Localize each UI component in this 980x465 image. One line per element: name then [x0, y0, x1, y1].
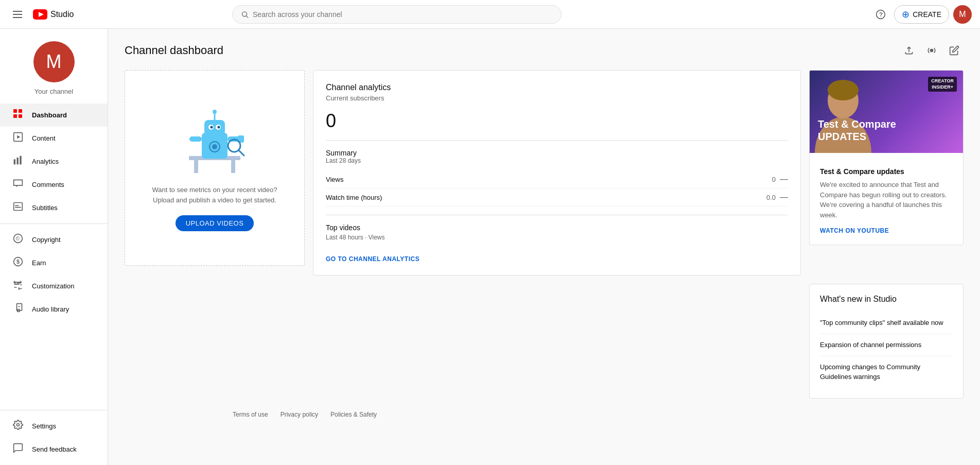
sidebar-avatar[interactable]: M	[33, 41, 75, 82]
sidebar: M Your channel Dashboard	[0, 29, 108, 465]
sidebar-item-subtitles[interactable]: Subtitles	[0, 196, 108, 219]
analytics-card-title: Channel analytics	[326, 83, 788, 92]
sidebar-item-customization[interactable]: Customization	[0, 274, 108, 298]
sidebar-item-label: Earn	[32, 259, 46, 267]
header-actions	[900, 41, 964, 60]
help-icon: ?	[876, 9, 886, 20]
comments-icon	[12, 178, 24, 191]
svg-point-45	[212, 144, 217, 149]
creator-thumbnail: CREATOR INSIDER+ Test & Compare UPDATES	[810, 71, 963, 153]
footer-terms-link[interactable]: Terms of use	[233, 411, 268, 418]
creator-card-inner: Test & Compare updates We're excited to …	[810, 153, 963, 245]
edit-header-button[interactable]	[945, 41, 964, 60]
whats-new-card: What's new in Studio "Top community clip…	[809, 284, 964, 399]
svg-point-35	[211, 126, 213, 129]
create-label: CREATE	[913, 10, 941, 19]
watch-on-youtube-button[interactable]: WATCH ON YOUTUBE	[820, 227, 889, 234]
sidebar-channel-section: M Your channel	[0, 29, 108, 104]
logo-link[interactable]: Studio	[33, 9, 74, 20]
sidebar-item-dashboard[interactable]: Dashboard	[0, 104, 108, 127]
search-icon	[241, 10, 249, 19]
upload-icon	[904, 45, 914, 56]
creator-card-title: Test & Compare updates	[820, 167, 953, 176]
upload-videos-button[interactable]: UPLOAD VIDEOS	[176, 215, 254, 231]
svg-point-36	[218, 126, 220, 129]
dashboard-icon	[12, 109, 24, 122]
analytics-watch-value: 0.0	[766, 194, 776, 201]
news-item-2: Upcoming changes to Community Guidelines…	[820, 356, 953, 387]
youtube-icon	[33, 9, 47, 20]
page-footer: Terms of use Privacy policy Policies & S…	[108, 399, 980, 426]
analytics-watch-label: Watch time (hours)	[326, 194, 382, 201]
second-row: What's new in Studio "Top community clip…	[125, 284, 964, 399]
live-header-button[interactable]	[922, 41, 941, 60]
sidebar-bottom-divider	[0, 410, 108, 410]
top-navigation: Studio ? ⊕ CREATE M	[0, 0, 980, 29]
topnav-right: ? ⊕ CREATE M	[871, 5, 972, 24]
sidebar-item-settings[interactable]: Settings	[0, 415, 108, 438]
sidebar-item-label: Copyright	[32, 236, 61, 244]
svg-point-38	[213, 110, 217, 114]
studio-label: Studio	[50, 10, 74, 19]
sidebar-item-label: Content	[32, 134, 56, 142]
sidebar-item-analytics[interactable]: Analytics	[0, 150, 108, 173]
sidebar-item-label: Analytics	[32, 158, 59, 165]
page-title: Channel dashboard	[125, 44, 223, 57]
feedback-icon	[12, 443, 24, 456]
upload-header-button[interactable]	[900, 41, 918, 60]
main-inner: Channel dashboard	[108, 29, 980, 399]
user-avatar[interactable]: M	[953, 5, 972, 24]
analytics-top-videos-period: Last 48 hours · Views	[326, 234, 788, 241]
analytics-views-row: Views 0 —	[326, 170, 788, 188]
sidebar-item-label: Settings	[32, 422, 56, 430]
go-analytics-button[interactable]: GO TO CHANNEL ANALYTICS	[326, 255, 419, 263]
footer-privacy-link[interactable]: Privacy policy	[281, 411, 318, 418]
svg-line-3	[246, 15, 248, 18]
analytics-card-subscribers-label: Current subscribers	[326, 94, 788, 102]
sidebar-channel-label: Your channel	[34, 88, 73, 95]
sidebar-item-earn[interactable]: $ Earn	[0, 251, 108, 274]
news-item-1: Expansion of channel permissions	[820, 334, 953, 356]
svg-rect-8	[19, 109, 22, 113]
analytics-watch-row: Watch time (hours) 0.0 —	[326, 188, 788, 206]
svg-rect-13	[17, 158, 19, 164]
svg-point-2	[242, 11, 247, 16]
analytics-views-dash: —	[780, 175, 788, 184]
menu-toggle-button[interactable]	[8, 5, 27, 24]
cards-row: Want to see metrics on your recent video…	[125, 70, 964, 275]
sidebar-item-comments[interactable]: Comments	[0, 173, 108, 196]
sidebar-item-content[interactable]: Content	[0, 127, 108, 150]
sidebar-item-label: Subtitles	[32, 204, 58, 212]
svg-rect-7	[13, 114, 17, 118]
sidebar-item-send-feedback[interactable]: Send feedback	[0, 438, 108, 461]
analytics-top-videos-title: Top videos	[326, 223, 788, 232]
svg-rect-32	[204, 120, 225, 135]
analytics-icon	[12, 155, 24, 168]
svg-point-25	[17, 424, 20, 426]
create-button[interactable]: ⊕ CREATE	[894, 5, 949, 24]
svg-rect-41	[189, 136, 202, 142]
sidebar-item-copyright[interactable]: © Copyright	[0, 228, 108, 251]
sidebar-item-audio-library[interactable]: Audio library	[0, 298, 108, 321]
audio-library-icon	[12, 303, 24, 316]
create-icon: ⊕	[902, 9, 909, 20]
search-bar	[232, 5, 562, 24]
svg-rect-29	[194, 160, 198, 173]
sidebar-item-label: Dashboard	[32, 111, 67, 119]
help-button[interactable]: ?	[871, 5, 890, 24]
sidebar-item-label: Audio library	[32, 305, 69, 313]
analytics-watch-dash: —	[780, 193, 788, 202]
analytics-summary-period: Last 28 days	[326, 157, 788, 164]
search-input[interactable]	[253, 10, 553, 19]
svg-marker-11	[17, 135, 20, 139]
content-icon	[12, 132, 24, 145]
footer-policies-link[interactable]: Policies & Safety	[330, 411, 377, 418]
sidebar-divider	[0, 223, 108, 224]
svg-text:©: ©	[16, 236, 20, 242]
creator-card-desc: We're excited to announce that Test and …	[820, 180, 953, 220]
live-icon	[926, 45, 937, 56]
sidebar-item-label: Comments	[32, 181, 64, 188]
svg-text:?: ?	[879, 11, 883, 18]
analytics-subscribers-count: 0	[326, 110, 788, 132]
analytics-views-value: 0	[772, 176, 776, 183]
